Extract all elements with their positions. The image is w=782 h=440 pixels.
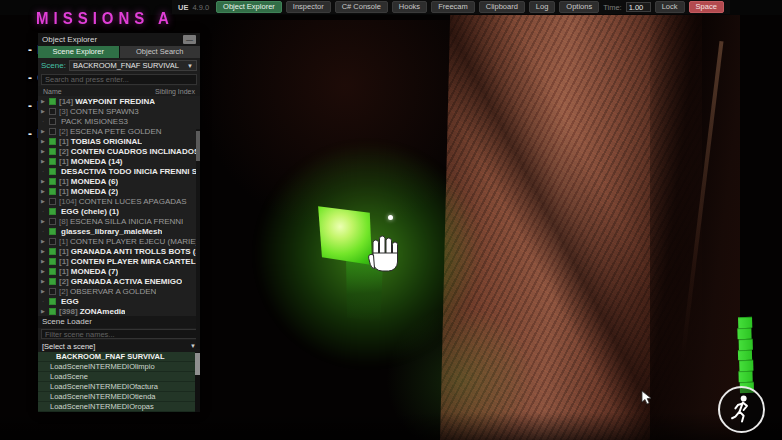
tree-row[interactable]: · glasses_library_maleMesh (38, 226, 200, 236)
space-button[interactable]: Space (689, 1, 724, 13)
visibility-checkbox[interactable] (49, 98, 56, 105)
expand-arrow-icon[interactable]: · (40, 208, 46, 214)
expand-arrow-icon[interactable]: ▶ (40, 308, 46, 314)
topbar-button[interactable]: Inspector (286, 1, 331, 13)
tree-row[interactable]: · EGG (38, 296, 200, 306)
tree-row[interactable]: ▶ [8]ESCENA SILLA INICIA FRENNI (38, 216, 200, 226)
minimize-button[interactable]: — (183, 35, 196, 44)
topbar-button[interactable]: Freecam (431, 1, 475, 13)
object-name: CONTEN PLAYER MIRA CARTEL PACK (71, 257, 198, 266)
expand-arrow-icon[interactable]: · (40, 118, 46, 124)
scene-list-scrollbar[interactable] (195, 352, 200, 412)
scene-loader-item[interactable]: LoadSceneINTERMEDIOfactura (38, 382, 200, 392)
expand-arrow-icon[interactable]: ▶ (40, 218, 46, 224)
expand-arrow-icon[interactable]: ▶ (40, 198, 46, 204)
expand-arrow-icon[interactable]: ▶ (40, 108, 46, 114)
scene-loader-item[interactable]: LoadScene (38, 372, 200, 382)
topbar-button[interactable]: Clipboard (479, 1, 525, 13)
topbar-button[interactable]: Hooks (392, 1, 427, 13)
tree-row[interactable]: ▶ [104]CONTEN LUCES APAGADAS (38, 196, 200, 206)
expand-arrow-icon[interactable]: ▶ (40, 148, 46, 154)
scene-dropdown[interactable]: BACKROOM_FNAF SURVIVAL ▼ (69, 60, 197, 71)
visibility-checkbox[interactable] (49, 168, 56, 175)
tree-row[interactable]: ▶ [14]WAYPOINT FREDINA (38, 96, 200, 106)
expand-arrow-icon[interactable]: ▶ (40, 188, 46, 194)
topbar-button[interactable]: C# Console (335, 1, 388, 13)
expand-arrow-icon[interactable]: ▶ (40, 258, 46, 264)
expand-arrow-icon[interactable]: · (40, 168, 46, 174)
expand-arrow-icon[interactable]: ▶ (40, 278, 46, 284)
tree-row[interactable]: ▶ [1]MONEDA (7) (38, 266, 200, 276)
expand-arrow-icon[interactable]: ▶ (40, 158, 46, 164)
visibility-checkbox[interactable] (49, 178, 56, 185)
time-input[interactable] (626, 2, 651, 12)
scene-filter-input[interactable] (41, 329, 197, 339)
expand-arrow-icon[interactable]: ▶ (40, 128, 46, 134)
object-name: CONTEN PLAYER EJECU (MARIE) (70, 237, 198, 246)
visibility-checkbox[interactable] (49, 258, 56, 265)
scene-loader-item[interactable]: BACKROOM_FNAF SURVIVAL (38, 352, 200, 362)
scene-select-dropdown[interactable]: [Select a scene] ▼ (38, 340, 200, 352)
visibility-checkbox[interactable] (49, 238, 56, 245)
scene-loader-item[interactable]: LoadSceneINTERMEDIOropas (38, 402, 200, 412)
tree-row[interactable]: ▶ [1]TOBIAS ORIGINAL (38, 136, 200, 146)
tree-row[interactable]: ▶ [1]MONEDA (6) (38, 176, 200, 186)
expand-arrow-icon[interactable]: ▶ (40, 138, 46, 144)
tree-scrollbar-thumb[interactable] (196, 131, 200, 161)
expand-arrow-icon[interactable]: · (40, 228, 46, 234)
topbar-button[interactable]: Options (559, 1, 599, 13)
expand-arrow-icon[interactable]: ▶ (40, 248, 46, 254)
visibility-checkbox[interactable] (49, 198, 56, 205)
visibility-checkbox[interactable] (49, 208, 56, 215)
tree-row[interactable]: ▶ [1]MONEDA (2) (38, 186, 200, 196)
visibility-checkbox[interactable] (49, 268, 56, 275)
visibility-checkbox[interactable] (49, 298, 56, 305)
tree-row[interactable]: ▶ [2]OBSERVAR A GOLDEN (38, 286, 200, 296)
visibility-checkbox[interactable] (49, 278, 56, 285)
tree-row[interactable]: · PACK MISIONES3 (38, 116, 200, 126)
visibility-checkbox[interactable] (49, 248, 56, 255)
tree-row[interactable]: ▶ [3]CONTEN SPAWN3 (38, 106, 200, 116)
visibility-checkbox[interactable] (49, 108, 56, 115)
search-input[interactable] (41, 74, 197, 85)
visibility-checkbox[interactable] (49, 128, 56, 135)
visibility-checkbox[interactable] (49, 228, 56, 235)
lock-button[interactable]: Lock (655, 1, 685, 13)
panel-tab[interactable]: Object Search (120, 46, 201, 58)
topbar-button[interactable]: Object Explorer (216, 1, 282, 13)
expand-arrow-icon[interactable]: ▶ (40, 178, 46, 184)
scene-loader-item[interactable]: LoadSceneINTERMEDIOlimpio (38, 362, 200, 372)
mouse-arrow-cursor-icon[interactable] (641, 390, 653, 410)
expand-arrow-icon[interactable]: ▶ (40, 268, 46, 274)
scene-loader-item[interactable]: LoadSceneINTERMEDIOtienda (38, 392, 200, 402)
visibility-checkbox[interactable] (49, 218, 56, 225)
expand-arrow-icon[interactable]: ▶ (40, 288, 46, 294)
expand-arrow-icon[interactable]: · (40, 298, 46, 304)
scene-list-scrollbar-thumb[interactable] (195, 353, 200, 375)
tree-row[interactable]: ▶ [1]CONTEN PLAYER EJECU (MARIE) (38, 236, 200, 246)
tree-row[interactable]: · EGG (chele) (1) (38, 206, 200, 216)
tree-row[interactable]: ▶ [1]MONEDA (14) (38, 156, 200, 166)
tree-row[interactable]: ▶ [398]ZONAmedia (38, 306, 200, 316)
tree-scrollbar[interactable] (196, 129, 200, 349)
tree-row[interactable]: ▶ [2]ESCENA PETE GOLDEN (38, 126, 200, 136)
tree-row[interactable]: ▶ [2]GRANADA ACTIVA ENEMIGO (38, 276, 200, 286)
glowing-green-door[interactable] (317, 205, 372, 265)
visibility-checkbox[interactable] (49, 158, 56, 165)
visibility-checkbox[interactable] (49, 148, 56, 155)
panel-titlebar[interactable]: Object Explorer — (38, 33, 200, 46)
tree-row[interactable]: ▶ [1]GRANADA ANTI TROLLS BOTS (AGRESIVA (38, 246, 200, 256)
visibility-checkbox[interactable] (49, 118, 56, 125)
tree-row[interactable]: · DESACTIVA TODO INICIA FRENNI SCENE (38, 166, 200, 176)
expand-arrow-icon[interactable]: ▶ (40, 98, 46, 104)
visibility-checkbox[interactable] (49, 188, 56, 195)
topbar-button[interactable]: Log (529, 1, 556, 13)
open-hand-cursor-icon[interactable] (367, 233, 405, 283)
tree-row[interactable]: ▶ [2]CONTEN CUADROS INCLINADOS (38, 146, 200, 156)
visibility-checkbox[interactable] (49, 308, 56, 315)
expand-arrow-icon[interactable]: ▶ (40, 238, 46, 244)
panel-tab[interactable]: Scene Explorer (38, 46, 119, 58)
visibility-checkbox[interactable] (49, 288, 56, 295)
tree-row[interactable]: ▶ [1]CONTEN PLAYER MIRA CARTEL PACK (38, 256, 200, 266)
visibility-checkbox[interactable] (49, 138, 56, 145)
